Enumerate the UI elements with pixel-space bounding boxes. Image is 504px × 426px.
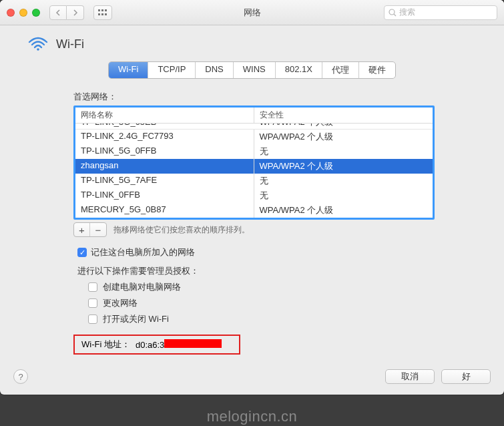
table-row[interactable]: MERCURY_5G_0B87WPA/WPA2 个人级 xyxy=(75,203,433,218)
network-security: 无 xyxy=(254,144,433,159)
checkbox[interactable] xyxy=(88,282,97,292)
help-button[interactable]: ? xyxy=(13,369,28,384)
table-row[interactable]: TP-LINK_2.4G_FC7793WPA/WPA2 个人级 xyxy=(75,130,433,144)
tab-[interactable]: 代理 xyxy=(322,62,359,78)
titlebar: 网络 搜索 xyxy=(0,0,504,25)
option-label: 创建电脑对电脑网络 xyxy=(103,281,181,293)
table-row[interactable]: TP-LINK_5G_0FFB无 xyxy=(75,144,433,159)
watermark: melogincn.cn xyxy=(0,395,504,426)
admin-option[interactable]: 更改网络 xyxy=(73,297,435,309)
admin-label: 进行以下操作需要管理员授权： xyxy=(73,265,435,277)
table-row[interactable]: TP-LINK_0FFB无 xyxy=(75,188,433,203)
svg-line-7 xyxy=(394,14,396,16)
content: Wi-Fi Wi-FiTCP/IPDNSWINS802.1X代理硬件 首选网络：… xyxy=(0,25,504,363)
checkbox[interactable] xyxy=(88,298,97,308)
remember-label: 记住这台电脑所加入的网络 xyxy=(91,246,195,258)
nav-buttons xyxy=(49,5,84,20)
redaction-bar xyxy=(164,339,222,348)
remember-checkbox-row[interactable]: ✓ 记住这台电脑所加入的网络 xyxy=(73,246,435,258)
wifi-body: 首选网络： 网络名称 安全性 TP-LINK_5G_05EBWPA/WPA2 个… xyxy=(16,91,488,355)
network-name: TP-LINK_2.4G_FC7793 xyxy=(75,130,254,144)
network-name: TP-LINK_5G_0FFB xyxy=(75,144,254,159)
show-all-button[interactable] xyxy=(93,5,112,20)
add-button[interactable]: + xyxy=(74,223,90,236)
table-row[interactable]: TP-LINK_5G_7AFE无 xyxy=(75,174,433,188)
zoom-icon[interactable] xyxy=(32,9,40,17)
forward-button[interactable] xyxy=(67,5,84,20)
svg-rect-1 xyxy=(101,9,103,11)
pane-header: Wi-Fi xyxy=(16,36,488,52)
chevron-left-icon xyxy=(55,9,61,16)
svg-rect-4 xyxy=(101,13,103,15)
minimize-icon[interactable] xyxy=(19,9,27,17)
network-security: WPA/WPA2 个人级 xyxy=(254,130,433,144)
tab-tcpip[interactable]: TCP/IP xyxy=(148,62,196,78)
traffic-lights xyxy=(7,9,40,17)
ok-button[interactable]: 好 xyxy=(441,369,491,384)
footer: ? 取消 好 xyxy=(0,363,504,395)
window: 网络 搜索 Wi-Fi Wi-FiTCP/IPDNSWINS802.1X代理硬件… xyxy=(0,0,504,395)
remember-checkbox[interactable]: ✓ xyxy=(77,248,87,257)
wifi-address-label: Wi-Fi 地址： xyxy=(81,339,130,351)
cancel-button[interactable]: 取消 xyxy=(385,369,435,384)
network-table[interactable]: 网络名称 安全性 TP-LINK_5G_05EBWPA/WPA2 个人级TP-L… xyxy=(73,105,435,220)
network-name: TP-LINK_0FFB xyxy=(75,188,254,203)
svg-rect-0 xyxy=(98,9,100,11)
checkbox[interactable] xyxy=(88,314,97,324)
network-security: WPA/WPA2 个人级 xyxy=(254,159,433,174)
network-name: MERCURY_5G_0B87 xyxy=(75,203,254,218)
table-row[interactable]: TP-LINK_5G_05EBWPA/WPA2 个人级 xyxy=(75,124,433,130)
wifi-address-value: d0:a6:3 xyxy=(136,339,222,350)
network-security: WPA/WPA2 个人级 xyxy=(254,203,433,218)
col-security[interactable]: 安全性 xyxy=(254,108,433,123)
wifi-icon xyxy=(28,36,48,52)
network-security: 无 xyxy=(254,174,433,188)
table-controls: + − 拖移网络使它们按您喜欢的顺序排列。 xyxy=(73,222,435,237)
tab-wifi[interactable]: Wi-Fi xyxy=(109,62,148,78)
table-row[interactable]: zhangsanWPA/WPA2 个人级 xyxy=(75,159,433,174)
grid-icon xyxy=(98,9,107,16)
svg-point-6 xyxy=(389,9,395,15)
tab-8021x[interactable]: 802.1X xyxy=(276,62,322,78)
search-icon xyxy=(389,9,397,17)
tab-bar: Wi-FiTCP/IPDNSWINS802.1X代理硬件 xyxy=(16,61,488,79)
network-name: TP-LINK_5G_7AFE xyxy=(75,174,254,188)
drag-hint: 拖移网络使它们按您喜欢的顺序排列。 xyxy=(113,224,250,236)
tab-wins[interactable]: WINS xyxy=(234,62,276,78)
admin-option[interactable]: 打开或关闭 Wi-Fi xyxy=(73,313,435,325)
page-title: Wi-Fi xyxy=(56,37,84,51)
wifi-address-box: Wi-Fi 地址： d0:a6:3 xyxy=(73,335,240,355)
col-name[interactable]: 网络名称 xyxy=(75,108,254,123)
svg-point-8 xyxy=(37,48,39,51)
close-icon[interactable] xyxy=(7,9,15,17)
preferred-networks-label: 首选网络： xyxy=(73,91,435,103)
network-security: 无 xyxy=(254,188,433,203)
search-input[interactable]: 搜索 xyxy=(384,5,497,20)
network-name: zhangsan xyxy=(75,159,254,174)
option-label: 打开或关闭 Wi-Fi xyxy=(103,313,169,325)
svg-rect-3 xyxy=(98,13,100,15)
table-header: 网络名称 安全性 xyxy=(75,108,433,124)
svg-rect-5 xyxy=(105,13,107,15)
admin-option[interactable]: 创建电脑对电脑网络 xyxy=(73,281,435,293)
option-label: 更改网络 xyxy=(103,297,138,309)
tab-[interactable]: 硬件 xyxy=(359,62,395,78)
search-placeholder: 搜索 xyxy=(399,7,415,18)
tab-dns[interactable]: DNS xyxy=(196,62,233,78)
remove-button[interactable]: − xyxy=(90,223,106,236)
chevron-right-icon xyxy=(73,9,78,16)
svg-rect-2 xyxy=(105,9,107,11)
back-button[interactable] xyxy=(49,5,67,20)
